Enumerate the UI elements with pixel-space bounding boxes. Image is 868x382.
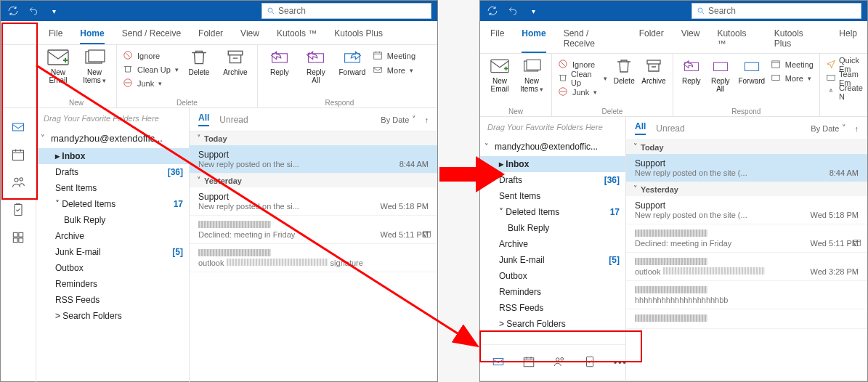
folder-archive[interactable]: Archive xyxy=(36,228,189,244)
mail-icon[interactable] xyxy=(11,120,25,134)
more-button[interactable]: More xyxy=(373,64,415,77)
tab-file[interactable]: File xyxy=(49,25,62,44)
folder-sent-items[interactable]: Sent Items xyxy=(480,188,625,204)
folder-archive[interactable]: Archive xyxy=(480,236,625,252)
ignore-button[interactable]: Ignore xyxy=(123,49,179,62)
tab-kutools[interactable]: Kutools ™ xyxy=(717,25,756,53)
group-header[interactable]: ˅Today xyxy=(190,131,437,145)
people-icon[interactable] xyxy=(11,175,25,190)
archive-button[interactable]: Archive xyxy=(219,48,251,97)
folder-junk-e-mail[interactable]: Junk E-mail[5] xyxy=(36,244,189,260)
cleanup-button[interactable]: Clean Up xyxy=(123,63,179,76)
forward-button[interactable]: Forward xyxy=(336,48,368,97)
folder-drafts[interactable]: Drafts[36] xyxy=(480,172,625,188)
more-button[interactable]: More xyxy=(771,72,814,85)
sync-icon[interactable] xyxy=(486,4,499,17)
meeting-button[interactable]: Meeting xyxy=(373,49,415,62)
message-item[interactable] xyxy=(626,309,867,329)
folder-search-folders[interactable]: > Search Folders xyxy=(480,316,625,332)
undo-icon[interactable] xyxy=(506,4,519,17)
cleanup-button[interactable]: Clean Up xyxy=(558,72,607,85)
message-item[interactable]: SupportNew reply posted on the site (...… xyxy=(626,196,867,224)
overflow-icon[interactable]: ••• xyxy=(614,357,628,367)
tab-help[interactable]: Help xyxy=(839,25,857,53)
folder-bulk-reply[interactable]: Bulk Reply xyxy=(36,212,189,228)
qat-overflow-icon[interactable]: ▾ xyxy=(47,4,60,17)
reply-button[interactable]: Reply xyxy=(679,57,704,106)
tab-view[interactable]: View xyxy=(240,25,259,44)
folder-rss-feeds[interactable]: RSS Feeds xyxy=(480,300,625,316)
filter-all[interactable]: All xyxy=(635,121,646,135)
delete-button[interactable]: Delete xyxy=(612,57,636,106)
folder-inbox[interactable]: ▸ Inbox xyxy=(36,148,189,164)
tab-kutoolsplus[interactable]: Kutools Plus xyxy=(774,25,822,53)
new-email-button[interactable]: New Email xyxy=(42,48,74,97)
folder-outbox[interactable]: Outbox xyxy=(36,260,189,276)
tab-folder[interactable]: Folder xyxy=(639,25,664,53)
filter-unread[interactable]: Unread xyxy=(656,123,684,134)
filter-all[interactable]: All xyxy=(198,113,209,126)
message-item[interactable]: Declined: meeting in FridayWed 5:11 PM xyxy=(626,224,867,253)
tasks-icon[interactable] xyxy=(583,355,596,370)
message-item[interactable]: hhhhhhhhhhhhhhhhhhhbb xyxy=(626,281,867,309)
reply-all-button[interactable]: Reply All xyxy=(300,48,332,97)
meeting-button[interactable]: Meeting xyxy=(771,58,814,71)
reply-button[interactable]: Reply xyxy=(264,48,296,97)
message-item[interactable]: SupportNew reply posted on the site (...… xyxy=(626,154,867,182)
favorites-drop[interactable]: Drag Your Favorite Folders Here xyxy=(480,117,625,137)
tab-home[interactable]: Home xyxy=(80,25,104,44)
message-item[interactable]: SupportNew reply posted on the si...Wed … xyxy=(190,187,437,216)
folder-drafts[interactable]: Drafts[36] xyxy=(36,164,189,180)
folder-outbox[interactable]: Outbox xyxy=(480,268,625,284)
favorites-drop[interactable]: Drag Your Favorite Folders Here xyxy=(36,108,189,129)
folder-junk-e-mail[interactable]: Junk E-mail[5] xyxy=(480,252,625,268)
calendar-icon[interactable] xyxy=(522,355,535,370)
tab-kutools[interactable]: Kutools ™ xyxy=(277,25,317,44)
tasks-icon[interactable] xyxy=(11,203,25,217)
new-items-button[interactable]: New Items xyxy=(518,57,545,106)
message-item[interactable]: SupportNew reply posted on the si...8:44… xyxy=(190,145,437,174)
tab-view[interactable]: View xyxy=(681,25,700,53)
folder-deleted-items[interactable]: ˅ Deleted Items17 xyxy=(36,196,189,212)
folder-search-folders[interactable]: > Search Folders xyxy=(36,308,189,324)
sort-button[interactable]: By Date˅ ↑ xyxy=(381,115,429,124)
group-header[interactable]: ˅Yesterday xyxy=(626,182,867,196)
message-item[interactable]: outlook Wed 3:28 PM xyxy=(626,253,867,281)
group-header[interactable]: ˅Yesterday xyxy=(190,174,437,187)
sort-button[interactable]: By Date˅ ↑ xyxy=(811,123,859,133)
create-new-button[interactable]: Create N xyxy=(826,86,864,99)
tab-folder[interactable]: Folder xyxy=(198,25,223,44)
tab-sendreceive[interactable]: Send / Receive xyxy=(122,25,181,44)
delete-button[interactable]: Delete xyxy=(183,48,215,97)
folder-rss-feeds[interactable]: RSS Feeds xyxy=(36,292,189,308)
mail-icon[interactable] xyxy=(492,355,505,370)
qat-overflow-icon[interactable]: ▾ xyxy=(527,4,540,17)
search-input[interactable]: Search xyxy=(691,3,861,19)
reply-all-button[interactable]: Reply All xyxy=(708,57,733,106)
search-input[interactable]: Search xyxy=(261,3,431,19)
new-email-button[interactable]: New Email xyxy=(486,57,514,106)
junk-button[interactable]: Junk xyxy=(123,77,179,90)
sync-icon[interactable] xyxy=(7,4,20,17)
forward-button[interactable]: Forward xyxy=(737,57,766,106)
folder-reminders[interactable]: Reminders xyxy=(480,284,625,300)
account-node[interactable]: mandyzhou@extendoffic... xyxy=(36,129,189,148)
folder-deleted-items[interactable]: ˅ Deleted Items17 xyxy=(480,204,625,220)
filter-unread[interactable]: Unread xyxy=(219,115,248,125)
tab-kutoolsplus[interactable]: Kutools Plus xyxy=(334,25,383,44)
calendar-icon[interactable] xyxy=(11,147,25,162)
folder-sent-items[interactable]: Sent Items xyxy=(36,180,189,196)
tab-home[interactable]: Home xyxy=(522,25,545,53)
apps-icon[interactable] xyxy=(11,230,25,245)
people-icon[interactable] xyxy=(553,355,566,370)
account-node[interactable]: mandyzhou@extendoffic... xyxy=(480,137,625,156)
group-header[interactable]: ˅Today xyxy=(626,140,867,154)
archive-button[interactable]: Archive xyxy=(641,57,667,106)
message-item[interactable]: Declined: meeting in FridayWed 5:11 PM xyxy=(190,216,437,244)
tab-sendreceive[interactable]: Send / Receive xyxy=(564,25,622,53)
folder-reminders[interactable]: Reminders xyxy=(36,276,189,292)
folder-bulk-reply[interactable]: Bulk Reply xyxy=(480,220,625,236)
tab-file[interactable]: File xyxy=(490,25,504,53)
undo-icon[interactable] xyxy=(27,4,40,17)
message-item[interactable]: outlook signature xyxy=(190,244,437,272)
